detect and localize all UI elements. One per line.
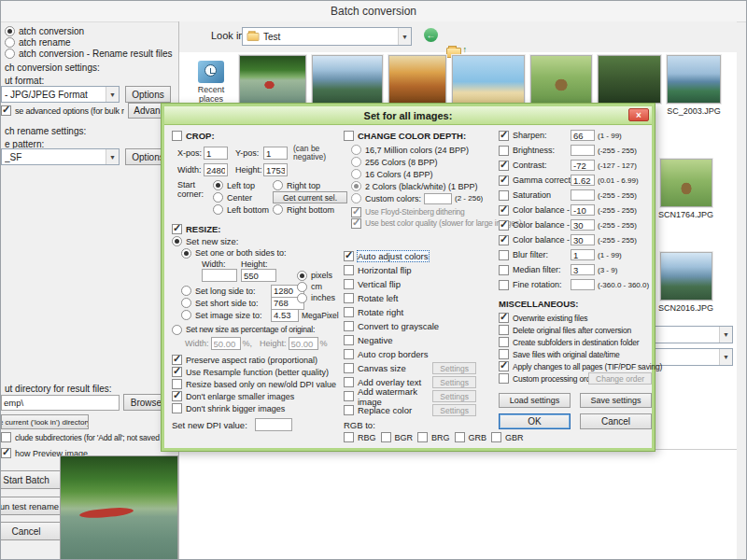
settings-button[interactable]: Settings (432, 390, 476, 402)
custom-colors-input[interactable] (424, 193, 452, 204)
conversion-mode-option[interactable]: atch conversion - Rename result files (5, 48, 173, 59)
adjustment-checkbox[interactable]: Fine rotation: (499, 280, 571, 290)
file-thumbnail[interactable]: SCN1764.JPG (658, 159, 713, 220)
adjustment-value-input[interactable] (571, 130, 595, 141)
transform-checkbox[interactable]: Rotate right (344, 307, 500, 317)
file-thumbnail[interactable] (312, 55, 383, 104)
corner-left-top[interactable]: Left top (213, 180, 271, 190)
miscellaneous-checkbox[interactable]: Custom processing order (499, 373, 588, 384)
rgb-order-checkbox[interactable]: BRG (417, 432, 450, 442)
load-settings-button[interactable]: Load settings (499, 393, 571, 408)
adjustment-value-input[interactable] (571, 160, 595, 171)
settings-button[interactable]: Settings (432, 362, 476, 374)
rgb-order-checkbox[interactable]: GBR (491, 432, 524, 442)
crop-ypos-input[interactable] (263, 147, 288, 160)
adjustment-checkbox[interactable]: Color balance - R: (499, 205, 571, 216)
name-pattern-select[interactable]: _SF ▼ (1, 148, 120, 165)
transform-checkbox[interactable]: Vertical flip (344, 279, 500, 289)
resize-option-checkbox[interactable]: Don't shrink bigger images (172, 402, 338, 414)
back-icon[interactable]: ← (424, 28, 443, 45)
adjustment-value-input[interactable] (571, 264, 595, 275)
resize-option-checkbox[interactable]: Don't enlarge smaller images (172, 390, 338, 402)
dpi-input[interactable] (255, 418, 292, 431)
rgb-order-checkbox[interactable]: GRB (455, 432, 487, 442)
file-type-select[interactable]: ▼ (655, 348, 733, 366)
adjustment-value-input[interactable] (571, 234, 595, 245)
adjustment-checkbox[interactable]: Blur filter: (499, 250, 571, 260)
change-color-depth-checkbox[interactable]: CHANGE COLOR DEPTH: (344, 129, 500, 142)
crop-height-input[interactable] (263, 163, 288, 176)
corner-center[interactable]: Center (213, 192, 271, 203)
adjustment-value-input[interactable] (571, 204, 595, 216)
rgb-order-checkbox[interactable]: RBG (344, 432, 376, 442)
adjustment-checkbox[interactable]: Sharpen: (499, 131, 571, 141)
adjustment-checkbox[interactable]: Contrast: (499, 161, 571, 171)
advanced-options-checkbox[interactable]: se advanced options (for bulk resize...) (1, 105, 124, 116)
adjustment-checkbox[interactable]: Median filter: (499, 265, 571, 275)
start-batch-button[interactable]: Start Batch (1, 470, 64, 489)
corner-right-bottom[interactable]: Right bottom (273, 204, 347, 215)
save-settings-button[interactable]: Save settings (580, 393, 652, 408)
unit-radio[interactable]: cm (297, 281, 340, 292)
crop-checkbox[interactable]: CROP: (172, 129, 338, 142)
corner-left-bottom[interactable]: Left bottom (213, 204, 271, 215)
output-directory-input[interactable] (1, 395, 120, 411)
adjustment-value-input[interactable] (571, 175, 595, 186)
adjustment-value-input[interactable] (571, 249, 595, 260)
file-name-select[interactable]: ▼ (655, 326, 733, 343)
unit-radio[interactable]: pixels (297, 270, 340, 281)
file-thumbnail[interactable]: SCN2016.JPG (658, 252, 713, 314)
file-thumbnail[interactable] (388, 55, 446, 104)
transform-checkbox[interactable]: Convert to grayscale (344, 321, 500, 331)
rgb-order-checkbox[interactable]: BGR (381, 432, 414, 442)
change-order-button[interactable]: Change order (588, 372, 652, 385)
format-options-button[interactable]: Options (125, 86, 171, 103)
adjustment-checkbox[interactable]: Color balance - B: (499, 235, 571, 245)
settings-button[interactable]: Settings (432, 404, 476, 416)
conversion-mode-option[interactable]: atch conversion (5, 25, 173, 36)
miscellaneous-checkbox[interactable]: Apply changes to all pages (TIF/PDF savi… (499, 361, 652, 371)
file-thumbnail[interactable]: SC_2003.JPG (667, 55, 721, 117)
cancel-button[interactable]: Cancel (580, 413, 652, 429)
include-subdirectories-checkbox[interactable]: clude subdirectories (for 'Add all'; not… (1, 432, 176, 442)
transform-checkbox[interactable]: Auto crop borders (344, 349, 500, 359)
ok-button[interactable]: OK (499, 413, 571, 429)
file-thumbnail[interactable] (452, 55, 525, 104)
resize-checkbox[interactable]: RESIZE: (172, 222, 338, 235)
adjustment-value-input[interactable] (571, 219, 595, 231)
adjustment-checkbox[interactable]: Gamma correction: (499, 175, 571, 186)
set-new-size-radio[interactable]: Set new size: (172, 235, 338, 247)
get-current-selection-button[interactable]: Get current sel. (273, 191, 347, 203)
conversion-mode-option[interactable]: atch rename (5, 36, 173, 48)
radio-icon[interactable] (351, 193, 361, 203)
transform-checkbox[interactable]: Add watermark image (344, 386, 432, 407)
color-depth-radio[interactable]: 16 Colors (4 BPP) (351, 168, 500, 180)
color-depth-radio[interactable]: 256 Colors (8 BPP) (351, 156, 500, 168)
file-thumbnail[interactable] (239, 55, 306, 104)
long-side-radio[interactable]: Set long side to: (181, 286, 271, 296)
miscellaneous-checkbox[interactable]: Delete original files after conversion (499, 325, 652, 335)
percent-height-input[interactable] (289, 337, 318, 350)
unit-radio[interactable]: inches (297, 292, 340, 303)
transform-checkbox[interactable]: Negative (344, 335, 500, 345)
file-thumbnail[interactable] (598, 55, 661, 104)
file-thumbnail[interactable] (530, 55, 592, 104)
look-in-select[interactable]: Test ▼ (242, 27, 412, 46)
crop-xpos-input[interactable] (204, 147, 228, 160)
percentage-radio[interactable]: Set new size as percentage of original: (172, 324, 338, 335)
color-depth-radio[interactable]: 16,7 Million colors (24 BPP) (351, 144, 500, 156)
adjustment-checkbox[interactable]: Saturation (499, 190, 571, 201)
image-size-radio[interactable]: Set image size to: (181, 310, 271, 320)
adjustment-checkbox[interactable]: Brightness: (499, 146, 571, 156)
output-format-select[interactable]: - JPG/JPEG Format ▼ (1, 86, 120, 103)
run-test-rename-button[interactable]: Run test rename (1, 497, 64, 515)
adjustment-checkbox[interactable]: Color balance - G: (499, 220, 571, 231)
adjustment-value-input[interactable] (571, 145, 595, 156)
transform-checkbox[interactable]: Auto adjust colors (344, 251, 500, 261)
transform-checkbox[interactable]: Replace color (344, 405, 432, 415)
image-size-input[interactable] (271, 309, 299, 322)
resize-option-checkbox[interactable]: Resize based only on new/old DPI value (172, 378, 338, 390)
color-depth-radio[interactable]: 2 Colors (black/white) (1 BPP) (351, 180, 500, 192)
transform-checkbox[interactable]: Rotate left (344, 293, 500, 303)
miscellaneous-checkbox[interactable]: Save files with original date/time (499, 349, 652, 359)
